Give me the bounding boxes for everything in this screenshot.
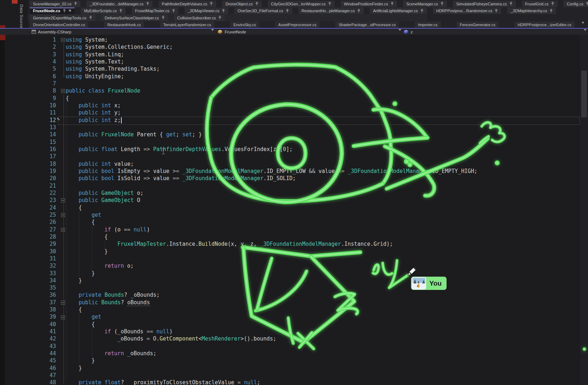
code-line-13[interactable]: 13 (0, 124, 588, 131)
tab-scenemanager-02-cs[interactable]: SceneManager_02.cs (30, 1, 80, 7)
code-line-40[interactable]: 40{ (0, 321, 588, 328)
code-line-41[interactable]: 41if (_oBounds == null) (0, 328, 588, 335)
code-line-8[interactable]: 8public class FruxelNode (0, 87, 588, 94)
fold-collapse-box[interactable] (61, 228, 65, 232)
tab-deliverysurfaceclasshelper-cs[interactable]: DeliverySurfaceClassHelper.cs (102, 15, 168, 21)
tab-importer-cs[interactable]: Importer.cs (415, 22, 440, 28)
code-line-38[interactable]: 38{ (0, 306, 588, 313)
pin-icon[interactable] (74, 2, 77, 6)
tab-collisionsubscriber-cs[interactable]: CollisionSubscriber.cs (174, 15, 225, 21)
code-line-12[interactable]: 12public int z; (0, 117, 588, 124)
tab-droneorientationcontroller-cs[interactable]: DroneOrientationController.cs (30, 22, 88, 28)
code-line-17[interactable]: 17 (0, 153, 588, 160)
tab-restauranthook-cs[interactable]: RestaurantHook.cs (104, 22, 144, 28)
code-line-29[interactable]: 29FruxelMapTester.Instance.BuildNode(x, … (0, 240, 588, 248)
code-line-21[interactable]: 21 (0, 182, 588, 189)
pin-icon[interactable] (89, 16, 92, 20)
code-line-27[interactable]: 27if (o == null) (0, 226, 588, 233)
tab-fruxelgrid-cs[interactable]: FruxelGrid.cs (522, 1, 557, 7)
code-area[interactable]: 1using System;2using System.Collections.… (0, 36, 588, 385)
pin-icon[interactable] (551, 2, 554, 6)
tab-artificiallightsmanager-cs[interactable]: ArtificialLightsManager.cs (370, 8, 427, 14)
code-line-42[interactable]: 42_oBounds = O.GetComponent<MeshRenderer… (0, 335, 588, 342)
code-line-37[interactable]: 37public Bounds? oBounds (0, 299, 588, 306)
code-line-19[interactable]: 19public bool IsEmpty => value >= _3DFou… (0, 168, 588, 175)
pin-icon[interactable] (63, 9, 66, 13)
tab-fruxelnode-cs[interactable]: FruxelNode.cs✕ (30, 8, 75, 14)
code-line-28[interactable]: 28{ (0, 233, 588, 240)
tab-envirosky-cs[interactable]: EnviroSky.cs (230, 22, 259, 28)
tab-hdrppostproce-izereditor-cs[interactable]: HDRPPostproce...izerEditor.cs (514, 22, 575, 28)
pin-icon[interactable] (328, 2, 331, 6)
pin-icon[interactable] (210, 2, 213, 6)
tab-scenemanager-cs[interactable]: SceneManager.cs (403, 1, 447, 7)
code-line-23[interactable]: 23public GameObject O (0, 197, 588, 204)
pin-icon[interactable] (391, 2, 394, 6)
code-line-15[interactable]: 15 (0, 138, 588, 146)
tab--3dfoundatio-delmanager-cs[interactable]: _3DFoundatio...delManager.cs (87, 1, 153, 7)
code-line-25[interactable]: 25get (0, 211, 588, 219)
tab-onesec3d-fileformat-cs[interactable]: OneSec3D_FileFormat.cs (234, 8, 292, 14)
tab-citygen3dgen-torwrapper-cs[interactable]: CityGen3DGen...torWrapper.cs (268, 1, 335, 7)
tab-config-cs[interactable]: Config.cs (564, 1, 588, 7)
code-line-5[interactable]: 5using System.Threading.Tasks; (0, 65, 588, 72)
pin-icon[interactable] (357, 9, 360, 13)
tab-shaderpackage-stprocessor-cs[interactable]: ShaderPackage...stProcessor.cs (335, 22, 399, 28)
code-line-1[interactable]: 1using System; (0, 36, 588, 43)
code-line-9[interactable]: 9{ (0, 95, 588, 102)
code-line-4[interactable]: 4using System.Text; (0, 58, 588, 65)
code-line-6[interactable]: 6using UnityEngine; (0, 73, 588, 80)
code-line-3[interactable]: 3using System.Linq; (0, 51, 588, 58)
code-line-39[interactable]: 39get (0, 313, 588, 320)
code-line-24[interactable]: 24{ (0, 204, 588, 211)
fold-collapse-box[interactable] (61, 315, 65, 319)
code-line-36[interactable]: 36private Bounds? _oBounds; (0, 291, 588, 299)
pin-icon[interactable] (255, 2, 258, 6)
code-line-30[interactable]: 30} (0, 248, 588, 255)
code-line-33[interactable]: 33} (0, 270, 588, 277)
tab--3dmaphierarchy-cs[interactable]: _3DMapHierarchy.cs (507, 8, 556, 14)
fold-collapse-box[interactable] (61, 38, 65, 42)
tab-windowpositionfinder-cs[interactable]: WindowPositionFinder.cs (341, 1, 397, 7)
project-dropdown-chevron-icon[interactable] (211, 31, 214, 35)
code-line-45[interactable]: 45} (0, 357, 588, 364)
tab-simulatedfisheyecamera-cs[interactable]: SimulatedFisheyeCamera.cs (453, 1, 516, 7)
type-dropdown-chevron-icon[interactable] (398, 31, 401, 35)
tab-fruxelmaptester-cs[interactable]: FruxelMapTester.cs (132, 8, 178, 14)
code-line-16[interactable]: 16public float Length => PathfinderDepth… (0, 146, 588, 153)
pin-icon[interactable] (119, 9, 122, 13)
code-line-47[interactable]: 47 (0, 372, 588, 379)
tab--3dmapviewer-cs[interactable]: _3DMapViewer.cs (185, 8, 228, 14)
fold-collapse-box[interactable] (61, 213, 65, 217)
tab-myeditorscripts-cs[interactable]: MyEditorScripts.cs (81, 8, 126, 14)
fold-collapse-box[interactable] (61, 198, 65, 202)
code-line-44[interactable]: 44return _oBounds; (0, 350, 588, 357)
code-line-31[interactable]: 31 (0, 255, 588, 262)
pin-icon[interactable] (218, 16, 221, 20)
type-dropdown[interactable]: FruxelNode (218, 29, 246, 35)
pin-icon[interactable] (440, 2, 444, 6)
pin-icon[interactable] (172, 9, 175, 13)
pin-icon[interactable] (222, 9, 225, 13)
tab-assetpreprocessor-cs[interactable]: AssetPreprocessor.cs (275, 22, 319, 28)
pin-icon[interactable] (550, 9, 553, 13)
code-line-32[interactable]: 32return o; (0, 262, 588, 269)
code-line-2[interactable]: 2using System.Collections.Generic; (0, 43, 588, 51)
fold-collapse-box[interactable] (61, 301, 65, 305)
code-line-18[interactable]: 18public int value; (0, 160, 588, 168)
code-line-48[interactable]: 48private float? _proximityToClosestObst… (0, 379, 588, 385)
pin-icon[interactable] (495, 9, 498, 13)
tab-hdrppostproc-randomizer-cs[interactable]: HDRPPostproc...Randomizer.cs (433, 8, 501, 14)
code-line-7[interactable]: 7 (0, 80, 588, 87)
code-line-43[interactable]: 43 (0, 343, 588, 350)
tab-restaurantho-plemanager-cs[interactable]: RestaurantHo...pleManager.cs (298, 8, 364, 14)
project-dropdown[interactable]: Assembly-CSharp (32, 29, 71, 35)
scrollbar-thumb[interactable] (581, 71, 587, 117)
pin-icon[interactable] (420, 9, 424, 13)
code-line-46[interactable]: 46} (0, 365, 588, 372)
tab-generator2exportmaptools-cs[interactable]: Generator2ExportMapTools.cs (30, 15, 95, 21)
fold-collapse-box[interactable] (61, 89, 65, 93)
pin-icon[interactable] (146, 2, 149, 6)
close-icon[interactable]: ✕ (69, 9, 71, 13)
tab-pathfinderdepthvalues-cs[interactable]: PathfinderDepthValues.cs (159, 1, 216, 7)
